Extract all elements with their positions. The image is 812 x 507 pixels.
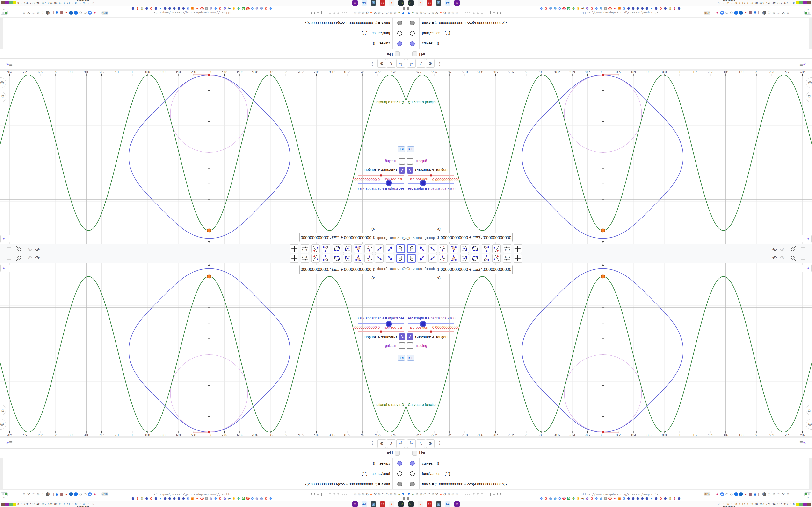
tab-dot[interactable] [477, 12, 479, 14]
globe-color-icon[interactable]: ◉ [753, 492, 757, 496]
taskbar-app-display[interactable]: ▣ [436, 0, 441, 6]
tab-dot[interactable] [333, 12, 335, 14]
add-circle-icon[interactable]: + [74, 492, 78, 496]
shield-icon[interactable] [497, 11, 501, 15]
chevron-up-icon[interactable]: ⌃ [807, 496, 810, 500]
visibility-toggle[interactable] [397, 31, 402, 36]
firefox-icon[interactable]: ● [369, 11, 373, 15]
back-arrow-icon[interactable]: ← [492, 492, 496, 496]
visibility-toggle[interactable] [397, 482, 402, 487]
tool-angle[interactable]: α [481, 254, 490, 263]
tree-view-icon[interactable] [407, 439, 416, 448]
tool-move-graphics-view[interactable] [290, 254, 298, 263]
kebab-icon[interactable]: ⋮ [438, 61, 442, 67]
url-text[interactable]: https://www.geogebra.org/classic/aagcxh3… [154, 493, 231, 496]
search-icon[interactable] [16, 245, 22, 252]
taskbar-app-terminal[interactable]: >_ [408, 0, 414, 6]
redo-button[interactable]: ↷ [27, 246, 32, 252]
algebra-expression[interactable]: curves = {} [422, 461, 439, 465]
search-icon[interactable] [16, 255, 22, 262]
favicon[interactable]: ⬢ [131, 497, 135, 501]
url-text[interactable]: https://www.geogebra.org/classic/aagcxh3… [154, 11, 231, 14]
kebab-icon[interactable]: ⋮ [370, 440, 374, 446]
tool-angle[interactable]: α [481, 244, 490, 253]
tab-dot[interactable] [329, 493, 331, 495]
translate-icon[interactable]: A [720, 492, 724, 496]
graphics-view[interactable]: -2.4-2.2-2-1.8-1.6-1.4-1.2-1-0.8-0.6-0.4… [406, 71, 812, 243]
tab-dot[interactable] [465, 493, 468, 495]
favicon[interactable]: ⬢ [631, 497, 635, 501]
ud-shield-icon[interactable]: U [762, 11, 766, 15]
favicon[interactable]: ⚙ [668, 6, 672, 10]
favicon[interactable]: Я [608, 497, 612, 500]
back-arrow-icon[interactable]: ← [316, 11, 320, 15]
like-icon[interactable]: ♡ [777, 492, 780, 496]
search-icon[interactable] [790, 255, 796, 262]
favicon[interactable]: ⬢ [636, 6, 640, 10]
favicon[interactable]: ✠ [242, 497, 245, 500]
arc-icon[interactable]: ◠ [427, 11, 431, 15]
tool-reflect-about-line[interactable] [492, 254, 501, 263]
icf-red-icon[interactable]: ● [744, 492, 748, 496]
collapse-icon[interactable]: − [395, 451, 400, 456]
list-header[interactable]: − List [406, 449, 812, 458]
like-icon[interactable]: ♡ [32, 11, 36, 15]
favicon[interactable]: ⬢ [177, 497, 181, 501]
tool-angle[interactable]: α [322, 244, 331, 253]
tab-dot[interactable] [333, 493, 335, 495]
favicon[interactable]: ◍ [209, 6, 213, 10]
globe-icon[interactable]: ⊕ [361, 11, 365, 15]
tools-icon[interactable]: ⚒ [373, 492, 377, 496]
taskbar-app-save-64[interactable]: 64 [445, 501, 451, 507]
algebra-expression[interactable]: curves = {} [422, 42, 439, 46]
tab-dot[interactable] [337, 493, 339, 495]
tab-dot[interactable] [329, 12, 331, 14]
globe-icon[interactable]: ⊕ [447, 492, 451, 496]
menu-icon[interactable]: ☰ [800, 255, 806, 261]
url-text[interactable]: https://www.geogebra.org/classic/aagcxh3… [581, 11, 658, 14]
fx-icon[interactable]: fx [417, 59, 425, 68]
function-input[interactable]: 1.000000000000 + cos(4.000000000000 x) ▼ [299, 265, 377, 274]
favicon[interactable]: ⬢ [627, 6, 630, 10]
scrollbar[interactable] [809, 17, 812, 49]
tracing-checkbox[interactable] [407, 158, 413, 165]
favicon[interactable]: G [232, 497, 236, 501]
favicon[interactable]: G [571, 497, 575, 501]
favicon[interactable]: Я [562, 7, 566, 10]
chevron-down-icon[interactable]: ▼ [507, 233, 510, 242]
favicon[interactable]: ◍ [260, 497, 263, 501]
favicon[interactable]: Я [562, 497, 566, 500]
kebab-icon[interactable]: ⋮ [438, 440, 442, 446]
tool-circle-center-point[interactable] [343, 254, 352, 263]
tool-polygon[interactable] [354, 254, 362, 263]
taskbar-app-save-64[interactable]: 64 [361, 0, 367, 6]
tool-conic-five-points[interactable] [333, 244, 341, 253]
tab-dot[interactable] [469, 12, 471, 14]
favicon[interactable]: f [136, 6, 140, 10]
favicon[interactable]: Я [246, 7, 250, 10]
plot-canvas[interactable]: -2.4-2.2-2-1.8-1.6-1.4-1.2-1-0.8-0.6-0.4… [0, 71, 406, 243]
arc-icon[interactable]: ◠ [382, 492, 385, 496]
favicon[interactable]: ⬢ [645, 6, 649, 10]
play-button[interactable]: ▶❙ [407, 146, 414, 152]
gear-outline-icon[interactable]: ⚙ [786, 11, 790, 15]
favicon[interactable]: Я [200, 7, 204, 10]
favicon[interactable]: ● [195, 6, 199, 10]
favicon[interactable]: i [205, 497, 208, 500]
favicon[interactable]: G [540, 497, 543, 501]
favicon[interactable]: ⬢ [641, 497, 644, 501]
tool-move-graphics-view[interactable] [514, 254, 522, 263]
visibility-toggle[interactable] [410, 31, 415, 36]
gear-icon[interactable]: ⚙ [729, 11, 733, 15]
lock-icon[interactable] [503, 492, 507, 496]
tool-conic-five-points[interactable] [471, 254, 479, 263]
globe-color-icon[interactable]: ◉ [55, 11, 59, 15]
favicon[interactable]: G [571, 6, 575, 10]
favicon[interactable]: G [558, 497, 562, 501]
gear-icon[interactable]: ⚙ [426, 59, 435, 68]
visibility-toggle[interactable] [410, 471, 415, 476]
globe-icon[interactable]: ⊕ [36, 11, 40, 15]
favicon[interactable]: ✿ [223, 497, 227, 501]
favicon[interactable]: G [622, 6, 626, 10]
pencil-icon[interactable]: ✒ [715, 11, 719, 15]
